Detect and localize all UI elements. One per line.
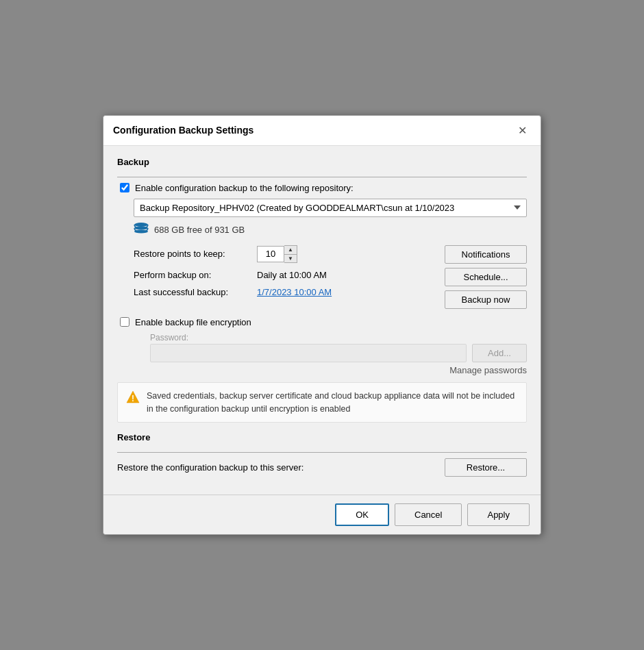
backup-section-label: Backup — [117, 157, 149, 167]
restore-divider — [117, 452, 527, 453]
spinner-down-button[interactable]: ▼ — [284, 254, 297, 262]
manage-passwords-link[interactable]: Manage passwords — [449, 365, 527, 375]
storage-info: 688 GB free of 931 GB — [134, 223, 527, 237]
perform-backup-value: Daily at 10:00 AM — [257, 270, 436, 280]
perform-backup-label: Perform backup on: — [134, 270, 257, 280]
dialog-content: Backup Enable configuration backup to th… — [103, 146, 541, 495]
warning-icon: ! — [126, 390, 140, 416]
encryption-section: Enable backup file encryption Password: … — [117, 317, 527, 375]
enable-backup-checkbox[interactable] — [120, 183, 129, 192]
database-icon — [134, 223, 149, 237]
restore-points-row: Restore points to keep: ▲ ▼ — [134, 245, 436, 263]
close-button[interactable]: ✕ — [514, 123, 531, 138]
restore-section: Restore Restore the configuration backup… — [117, 432, 527, 477]
password-row: Password: Add... — [150, 333, 527, 362]
form-rows-left: Restore points to keep: ▲ ▼ Perform back… — [134, 245, 436, 309]
restore-row: Restore the configuration backup to this… — [117, 458, 527, 477]
restore-description: Restore the configuration backup to this… — [117, 462, 304, 473]
restore-button[interactable]: Restore... — [445, 458, 527, 477]
last-backup-value[interactable]: 1/7/2023 10:00 AM — [257, 287, 436, 297]
backup-section-header: Backup — [117, 157, 527, 173]
encryption-label[interactable]: Enable backup file encryption — [135, 317, 251, 327]
last-backup-label: Last successful backup: — [134, 287, 257, 297]
schedule-button[interactable]: Schedule... — [445, 268, 527, 286]
svg-point-0 — [134, 223, 148, 227]
spinner-up-button[interactable]: ▲ — [284, 246, 297, 254]
backup-divider — [117, 177, 527, 177]
dialog-title: Configuration Backup Settings — [113, 125, 253, 136]
configuration-backup-dialog: Configuration Backup Settings ✕ Backup E… — [103, 115, 541, 536]
repository-dropdown-row: Backup Repository_HPHV02 (Created by GOO… — [134, 199, 527, 217]
ok-button[interactable]: OK — [335, 503, 389, 526]
apply-button[interactable]: Apply — [467, 503, 530, 526]
side-action-buttons: Notifications Schedule... Backup now — [445, 245, 527, 309]
warning-text: Saved credentials, backup server certifi… — [147, 390, 518, 416]
dialog-footer: OK Cancel Apply — [103, 495, 541, 534]
restore-points-label: Restore points to keep: — [134, 249, 257, 259]
restore-section-header: Restore — [117, 432, 527, 448]
backup-now-button[interactable]: Backup now — [445, 290, 527, 309]
svg-point-2 — [134, 229, 148, 233]
password-input-row: Add... — [150, 344, 527, 362]
restore-points-spinner: ▲ ▼ — [257, 245, 297, 263]
cancel-button[interactable]: Cancel — [395, 503, 462, 526]
enable-encryption-checkbox[interactable] — [120, 317, 129, 327]
svg-text:!: ! — [132, 394, 134, 403]
perform-backup-row: Perform backup on: Daily at 10:00 AM — [134, 270, 436, 280]
spinner-buttons: ▲ ▼ — [284, 245, 297, 263]
password-label: Password: — [150, 333, 527, 342]
password-dropdown — [150, 344, 467, 362]
enable-backup-row: Enable configuration backup to the follo… — [120, 183, 527, 193]
backup-section: Backup Enable configuration backup to th… — [117, 157, 527, 375]
title-bar: Configuration Backup Settings ✕ — [103, 116, 541, 146]
restore-section-label: Restore — [117, 432, 150, 442]
svg-point-1 — [134, 226, 148, 229]
repository-dropdown[interactable]: Backup Repository_HPHV02 (Created by GOO… — [134, 199, 527, 217]
restore-points-input[interactable] — [257, 246, 284, 262]
manage-passwords-row: Manage passwords — [150, 365, 527, 375]
storage-text: 688 GB free of 931 GB — [154, 225, 245, 235]
enable-backup-label[interactable]: Enable configuration backup to the follo… — [135, 183, 354, 193]
notifications-button[interactable]: Notifications — [445, 245, 527, 264]
encryption-checkbox-row: Enable backup file encryption — [120, 317, 527, 327]
last-backup-row: Last successful backup: 1/7/2023 10:00 A… — [134, 287, 436, 297]
warning-box: ! Saved credentials, backup server certi… — [117, 382, 527, 423]
form-rows-container: Restore points to keep: ▲ ▼ Perform back… — [134, 245, 527, 309]
add-password-button: Add... — [472, 344, 527, 362]
